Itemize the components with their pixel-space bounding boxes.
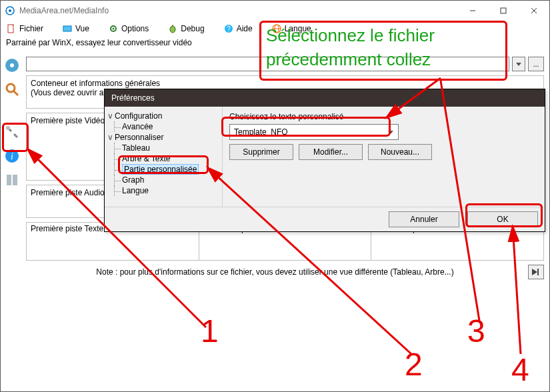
menu-fichier[interactable]: Fichier	[6, 23, 43, 34]
choose-text-label: Choisissez le texte personnalisé	[229, 112, 538, 121]
modifier-button[interactable]: Modifier...	[299, 144, 363, 160]
tree-personnaliser[interactable]: Personnaliser	[115, 133, 163, 142]
ok-button[interactable]: OK	[467, 211, 538, 227]
tree-partie-personnalisee[interactable]: Partie personnalisée	[122, 164, 199, 175]
svg-rect-29	[537, 269, 539, 275]
close-button[interactable]	[519, 1, 549, 21]
app-icon	[5, 5, 15, 16]
svg-marker-30	[388, 131, 393, 134]
tree-langue[interactable]: Langue	[122, 186, 149, 195]
gear-icon	[108, 23, 119, 34]
rail-info-icon[interactable]: i	[3, 147, 21, 165]
svg-rect-25	[7, 175, 11, 185]
svg-point-11	[170, 26, 175, 33]
preferences-dialog: Préférences ∨Configuration Avancée ∨Pers…	[104, 89, 545, 232]
file-path-input[interactable]	[26, 57, 509, 71]
menu-aide[interactable]: ? Aide	[223, 23, 253, 34]
svg-marker-28	[532, 269, 537, 275]
note-go-button[interactable]	[528, 265, 544, 279]
template-combobox-value: Template_NFO	[234, 127, 288, 137]
svg-marker-27	[516, 63, 521, 66]
file-dropdown-button[interactable]	[512, 57, 525, 71]
tree-graph[interactable]: Graph	[122, 175, 144, 185]
svg-text:i: i	[11, 151, 13, 161]
left-rail: i	[1, 53, 23, 392]
annuler-button[interactable]: Annuler	[389, 211, 459, 227]
svg-point-20	[7, 84, 15, 92]
file-browse-button[interactable]: ...	[528, 57, 544, 71]
template-combobox[interactable]: Template_NFO	[229, 124, 399, 140]
rail-wrench-icon[interactable]	[3, 123, 21, 141]
app-window: MediaArea.net/MediaInfo Fichier Vue Opti…	[0, 0, 550, 392]
maximize-button[interactable]	[488, 1, 519, 21]
rail-disc-icon[interactable]	[3, 57, 21, 74]
menu-debug[interactable]: Debug	[167, 23, 204, 34]
tree-avancee[interactable]: Avancée	[122, 122, 153, 131]
sponsor-bar[interactable]: Parrainé par WinX, essayez leur converti…	[1, 37, 549, 53]
svg-point-19	[10, 63, 14, 67]
chevron-down-icon	[387, 129, 394, 135]
tree-configuration[interactable]: Configuration	[115, 111, 162, 121]
svg-text:?: ?	[227, 25, 231, 33]
nouveau-button[interactable]: Nouveau...	[368, 144, 432, 160]
svg-point-10	[112, 28, 114, 30]
menubar: Fichier Vue Options Debug ? Aide Langue	[1, 21, 549, 37]
svg-point-1	[9, 9, 11, 12]
container-heading: Conteneur et informations générales	[31, 79, 539, 88]
tree-arbre-texte[interactable]: Arbre & Texte	[122, 154, 170, 163]
file-icon	[6, 23, 17, 34]
globe-icon	[271, 23, 282, 34]
svg-rect-6	[8, 25, 13, 33]
supprimer-button[interactable]: Supprimer	[229, 144, 293, 160]
window-title: MediaArea.net/MediaInfo	[19, 6, 457, 15]
menu-options[interactable]: Options	[108, 23, 149, 34]
preferences-tree[interactable]: ∨Configuration Avancée ∨Personnaliser Ta…	[105, 107, 223, 207]
rail-server-icon[interactable]	[3, 171, 21, 189]
svg-rect-8	[63, 26, 71, 31]
svg-rect-3	[501, 8, 506, 13]
view-icon	[62, 23, 73, 34]
help-icon: ?	[223, 23, 234, 34]
rail-search-icon[interactable]	[3, 81, 21, 98]
menu-vue[interactable]: Vue	[62, 23, 89, 34]
minimize-button[interactable]	[457, 1, 488, 21]
titlebar: MediaArea.net/MediaInfo	[1, 1, 549, 21]
menu-langue[interactable]: Langue	[271, 23, 311, 34]
bug-icon	[167, 23, 178, 34]
svg-rect-26	[13, 175, 17, 185]
tree-tableau[interactable]: Tableau	[122, 143, 150, 153]
note-text: Note : pour plus d'informations sur ce f…	[26, 267, 524, 277]
svg-point-22	[6, 126, 10, 130]
svg-line-21	[14, 91, 18, 95]
dialog-title: Préférences	[105, 89, 545, 107]
